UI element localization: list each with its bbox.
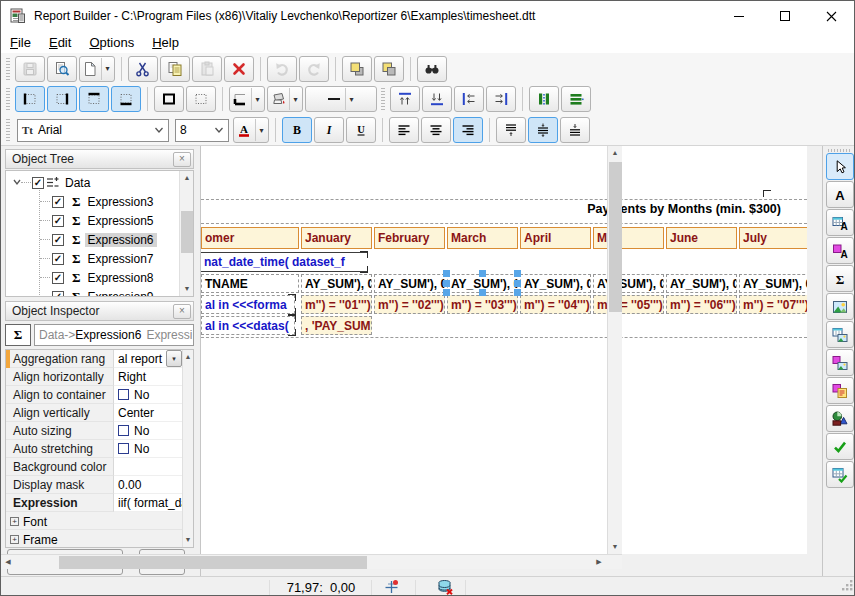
expression-object[interactable]: nat_date_time( dataset_f <box>201 252 367 272</box>
selection-handle[interactable] <box>479 270 486 277</box>
image-tool-button[interactable] <box>826 293 854 320</box>
chevron-down-icon[interactable] <box>12 176 22 190</box>
minimize-button[interactable] <box>716 1 762 31</box>
expression-cell-sum[interactable]: AY_SUM'), 0) <box>301 274 372 293</box>
tree-node-expression[interactable]: ✓ΣExpression5 <box>52 211 194 230</box>
checkbox-icon[interactable]: ✓ <box>52 272 64 284</box>
tree-node-expression[interactable]: ✓ΣExpression6 <box>52 230 194 249</box>
tree-node-data[interactable]: ✓Data <box>12 173 182 192</box>
menu-edit[interactable]: Edit <box>40 33 80 52</box>
tree-node-expression[interactable]: ✓ΣExpression9 <box>52 287 194 297</box>
property-value[interactable]: No <box>114 440 182 458</box>
field-cell-custname[interactable]: TNAME <box>201 274 299 293</box>
underline-button[interactable]: U <box>346 117 376 143</box>
paste-button[interactable] <box>192 56 222 82</box>
inspector-scrollbar[interactable]: ▲▼ <box>182 350 193 547</box>
expression-cell-condition[interactable]: m'') = ''04''') <box>520 295 591 314</box>
expression-cell-sum[interactable]: AY_SUM'), 0) <box>593 274 664 293</box>
scroll-thumb[interactable] <box>181 211 193 253</box>
undo-button[interactable] <box>267 56 297 82</box>
close-icon[interactable]: × <box>173 152 191 167</box>
column-header-month[interactable]: February <box>374 227 445 249</box>
column-header-month[interactable]: June <box>666 227 737 249</box>
bold-button[interactable]: B <box>282 117 312 143</box>
expression-cell-paysum[interactable]: , 'PAY_SUM') <box>301 316 372 335</box>
selection-handle[interactable] <box>514 270 521 277</box>
font-family-combo[interactable]: Tt Arial <box>17 119 169 142</box>
property-value[interactable]: Center <box>114 404 182 422</box>
checkbox-icon[interactable]: ✓ <box>52 215 64 227</box>
property-value[interactable]: No <box>114 422 182 440</box>
checkbox-icon[interactable]: ✓ <box>52 196 64 208</box>
label-tool-button[interactable]: A <box>826 181 854 208</box>
chart-tool-button[interactable] <box>826 405 854 432</box>
align-left-button[interactable] <box>454 86 484 112</box>
align-top-button[interactable] <box>390 86 420 112</box>
column-header-customer[interactable]: omer <box>201 227 299 249</box>
line-style-button[interactable]: ▾ <box>305 86 377 112</box>
close-icon[interactable]: × <box>173 304 191 319</box>
border-all-button[interactable] <box>154 86 184 112</box>
checkbox-icon[interactable] <box>118 443 129 454</box>
selection-handle[interactable] <box>514 280 521 287</box>
delete-button[interactable] <box>224 56 254 82</box>
property-row[interactable]: Aggregation rangal report▾ <box>6 350 182 368</box>
expression-object[interactable]: al in <<<datas( <box>201 316 295 335</box>
checkbox-icon[interactable]: ✓ <box>52 234 64 246</box>
save-button[interactable] <box>15 56 45 82</box>
checkbox-icon[interactable]: ✓ <box>52 291 64 298</box>
checkbox-tool-button[interactable] <box>826 433 854 460</box>
fill-color-button[interactable]: ▾ <box>267 86 303 112</box>
property-row[interactable]: Background color <box>6 458 182 476</box>
selection-handle[interactable] <box>443 289 450 296</box>
scroll-right-icon[interactable]: ▶ <box>592 555 606 569</box>
text-align-center-button[interactable] <box>421 117 451 143</box>
scroll-up-icon[interactable]: ▲ <box>608 146 622 160</box>
cut-button[interactable] <box>128 56 158 82</box>
property-row[interactable]: Align to containerNo <box>6 386 182 404</box>
property-value[interactable]: Right <box>114 368 182 386</box>
report-title-object[interactable]: Payments by Months (min. $300) <box>571 202 781 216</box>
tree-scrollbar[interactable]: ▲▼ <box>179 171 193 296</box>
redo-button[interactable] <box>299 56 329 82</box>
checkbox-icon[interactable] <box>118 389 129 400</box>
column-header-month[interactable]: January <box>301 227 372 249</box>
tree-node-expression[interactable]: ✓ΣExpression8 <box>52 268 194 287</box>
property-value[interactable]: al report▾ <box>114 350 182 368</box>
property-value[interactable]: iif( format_da <box>114 494 182 512</box>
expression-cell-condition[interactable]: m'') = ''01''') <box>301 295 372 314</box>
property-row[interactable]: Auto stretchingNo <box>6 440 182 458</box>
db-checkbox-tool-button[interactable] <box>826 461 854 488</box>
border-right-button[interactable] <box>47 86 77 112</box>
expression-cell-sum[interactable]: AY_SUM'), 0) <box>374 274 445 293</box>
expression-cell-sum[interactable]: AY_SUM'), 0) <box>520 274 591 293</box>
horizontal-scroll-thumb[interactable] <box>59 556 367 569</box>
border-none-button[interactable] <box>186 86 216 112</box>
dropdown-arrow-icon[interactable]: ▾ <box>251 88 263 110</box>
selection-handle[interactable] <box>443 280 450 287</box>
checkbox-icon[interactable]: ✓ <box>32 177 44 189</box>
db-text-tool-button[interactable]: A <box>826 209 854 236</box>
chevron-down-icon[interactable] <box>192 328 194 343</box>
property-row[interactable]: Display mask0.00 <box>6 476 182 494</box>
make-same-height-button[interactable] <box>561 86 591 112</box>
scroll-up-icon[interactable]: ▲ <box>180 171 194 185</box>
vertical-scroll-thumb[interactable] <box>609 162 622 312</box>
expression-image-tool-button[interactable] <box>826 349 854 376</box>
db-image-tool-button[interactable] <box>826 321 854 348</box>
selection-handle[interactable] <box>514 289 521 296</box>
checkbox-icon[interactable] <box>118 425 129 436</box>
resize-grip[interactable] <box>842 579 853 594</box>
column-header-month[interactable]: July <box>739 227 807 249</box>
scroll-down-icon[interactable]: ▼ <box>608 540 622 554</box>
checkbox-icon[interactable]: ✓ <box>52 253 64 265</box>
expand-plus-icon[interactable]: + <box>10 535 19 544</box>
dropdown-arrow-icon[interactable]: ▾ <box>255 119 267 141</box>
property-value[interactable] <box>114 458 182 476</box>
column-header-month[interactable]: March <box>447 227 518 249</box>
canvas-vertical-scrollbar[interactable]: ▲ ▼ <box>607 146 622 554</box>
expression-cell-condition[interactable]: m'') = ''02''') <box>374 295 445 314</box>
expression-object[interactable]: al in <<<forma <box>201 295 295 314</box>
find-button[interactable] <box>417 56 447 82</box>
print-preview-button[interactable] <box>47 56 77 82</box>
